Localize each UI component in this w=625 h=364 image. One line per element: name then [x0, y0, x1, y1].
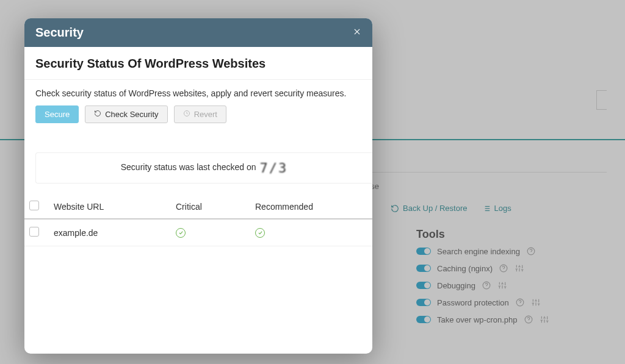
check-ok-icon	[176, 228, 186, 238]
cell-recommended	[250, 219, 372, 246]
col-critical[interactable]: Critical	[171, 194, 250, 219]
check-ok-icon	[255, 228, 265, 238]
col-website-url[interactable]: Website URL	[49, 194, 171, 219]
cell-critical	[171, 219, 250, 246]
select-all-checkbox[interactable]	[29, 201, 39, 210]
cell-url: example.de	[49, 219, 171, 246]
secure-button[interactable]: Secure	[35, 105, 79, 123]
revert-icon	[183, 110, 190, 119]
modal-title: Security	[35, 26, 84, 40]
check-security-button[interactable]: Check Security	[85, 105, 167, 123]
security-table: Website URL Critical Recommended example…	[24, 194, 372, 246]
status-bar: Security status was last checked on7/3	[35, 152, 372, 184]
table-row[interactable]: example.de	[24, 219, 372, 246]
refresh-icon	[94, 110, 101, 119]
modal-subtitle: Security Status Of WordPress Websites	[24, 47, 372, 80]
close-icon[interactable]	[353, 26, 361, 39]
revert-button[interactable]: Revert	[174, 105, 226, 123]
modal-description: Check security status of WordPress websi…	[24, 80, 372, 98]
row-checkbox[interactable]	[29, 227, 39, 237]
col-recommended[interactable]: Recommended	[250, 194, 372, 219]
security-modal: Security Security Status Of WordPress We…	[24, 18, 372, 354]
